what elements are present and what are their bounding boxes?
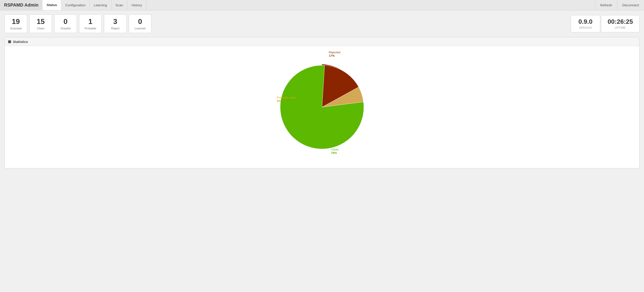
uptime-num: 00:26:25 [608, 18, 633, 25]
stats-row: 19 Scanned 15 Clean 0 Greylist 1 Probabl… [0, 10, 644, 37]
app-title: RSPAMD Admin [0, 0, 42, 10]
stat-probable-num: 1 [84, 18, 97, 26]
refresh-button[interactable]: Refresh [595, 0, 617, 10]
version-num: 0.9.0 [577, 18, 594, 25]
nav-item-history[interactable]: History [128, 0, 146, 10]
statistics-panel: ▩ Statistics Rejected 17% [4, 37, 640, 168]
pie-chart-svg [274, 60, 370, 154]
version-box: 0.9.0 Version [571, 15, 600, 32]
uptime-box: 00:26:25 Uptime [601, 15, 640, 32]
stat-reject-num: 3 [109, 18, 122, 26]
nav-link-scan[interactable]: Scan [112, 0, 128, 10]
nav-item-scan[interactable]: Scan [112, 0, 128, 10]
stat-learned-label: Learned [134, 27, 147, 30]
nav-item-status[interactable]: Status [42, 0, 61, 10]
stat-clean-num: 15 [34, 18, 47, 26]
stat-greylist-num: 0 [59, 18, 72, 26]
stat-scanned: 19 Scanned [4, 14, 27, 33]
rejected-label: Rejected 17% [329, 51, 340, 58]
stat-scanned-label: Scanned [9, 27, 22, 30]
pie-chart-container: Rejected 17% Probable spam 6% Clean 78% [274, 51, 370, 164]
version-label: Version [577, 26, 594, 30]
nav-link-learning[interactable]: Learning [90, 0, 111, 10]
uptime-label: Uptime [608, 26, 633, 30]
bar-chart-icon: ▩ [8, 40, 11, 44]
navbar: RSPAMD Admin Status Configuration Learni… [0, 0, 644, 10]
stat-probable: 1 Probable [79, 14, 102, 33]
nav-link-history[interactable]: History [128, 0, 146, 10]
clean-label: Clean 78% [331, 148, 339, 154]
nav-menu: Status Configuration Learning Scan Histo… [42, 0, 146, 10]
stat-greylist: 0 Greylist [54, 14, 77, 33]
stat-learned: 0 Learned [129, 14, 152, 33]
stat-reject-label: Reject [109, 27, 122, 30]
nav-item-learning[interactable]: Learning [90, 0, 111, 10]
panel-body: Rejected 17% Probable spam 6% Clean 78% [5, 46, 639, 168]
disconnect-button[interactable]: Disconnect [617, 0, 644, 10]
stat-clean-label: Clean [34, 27, 47, 30]
panel-heading: ▩ Statistics [5, 37, 639, 46]
navbar-right: Refresh Disconnect [595, 0, 644, 10]
panel-title: Statistics [13, 40, 28, 44]
stat-learned-num: 0 [134, 18, 147, 26]
stat-reject: 3 Reject [104, 14, 126, 33]
stat-probable-label: Probable [84, 27, 97, 30]
nav-link-status[interactable]: Status [42, 0, 61, 10]
stat-greylist-label: Greylist [59, 27, 72, 30]
stat-clean: 15 Clean [30, 14, 52, 33]
stat-scanned-num: 19 [9, 18, 22, 26]
probable-label: Probable spam 6% [277, 96, 296, 102]
nav-item-configuration[interactable]: Configuration [61, 0, 90, 10]
info-boxes: 0.9.0 Version 00:26:25 Uptime [571, 15, 640, 32]
nav-link-configuration[interactable]: Configuration [61, 0, 90, 10]
